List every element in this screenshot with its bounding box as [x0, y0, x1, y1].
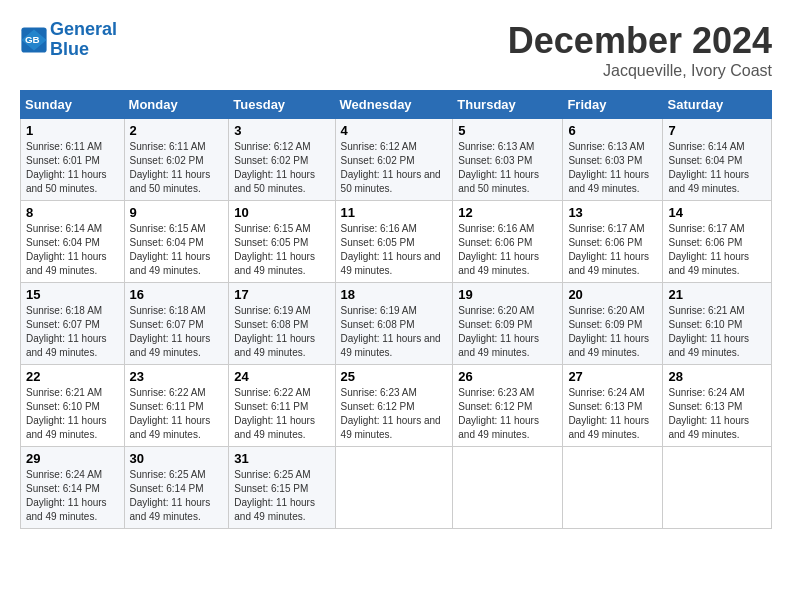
day-number: 26 — [458, 369, 557, 384]
day-number: 23 — [130, 369, 224, 384]
day-info: Sunrise: 6:18 AMSunset: 6:07 PMDaylight:… — [26, 304, 119, 360]
day-info: Sunrise: 6:25 AMSunset: 6:15 PMDaylight:… — [234, 468, 329, 524]
day-number: 13 — [568, 205, 657, 220]
day-cell: 5Sunrise: 6:13 AMSunset: 6:03 PMDaylight… — [453, 119, 563, 201]
day-cell: 16Sunrise: 6:18 AMSunset: 6:07 PMDayligh… — [124, 283, 229, 365]
day-number: 4 — [341, 123, 448, 138]
day-number: 27 — [568, 369, 657, 384]
day-number: 28 — [668, 369, 766, 384]
day-info: Sunrise: 6:21 AMSunset: 6:10 PMDaylight:… — [668, 304, 766, 360]
day-cell: 14Sunrise: 6:17 AMSunset: 6:06 PMDayligh… — [663, 201, 772, 283]
day-info: Sunrise: 6:20 AMSunset: 6:09 PMDaylight:… — [458, 304, 557, 360]
day-info: Sunrise: 6:12 AMSunset: 6:02 PMDaylight:… — [341, 140, 448, 196]
month-title: December 2024 — [508, 20, 772, 62]
day-cell — [335, 447, 453, 529]
day-info: Sunrise: 6:18 AMSunset: 6:07 PMDaylight:… — [130, 304, 224, 360]
day-cell: 6Sunrise: 6:13 AMSunset: 6:03 PMDaylight… — [563, 119, 663, 201]
day-number: 10 — [234, 205, 329, 220]
day-cell: 4Sunrise: 6:12 AMSunset: 6:02 PMDaylight… — [335, 119, 453, 201]
day-cell: 8Sunrise: 6:14 AMSunset: 6:04 PMDaylight… — [21, 201, 125, 283]
day-number: 12 — [458, 205, 557, 220]
col-header-tuesday: Tuesday — [229, 91, 335, 119]
day-info: Sunrise: 6:20 AMSunset: 6:09 PMDaylight:… — [568, 304, 657, 360]
calendar-table: SundayMondayTuesdayWednesdayThursdayFrid… — [20, 90, 772, 529]
logo-line2: Blue — [50, 39, 89, 59]
day-number: 15 — [26, 287, 119, 302]
day-cell: 9Sunrise: 6:15 AMSunset: 6:04 PMDaylight… — [124, 201, 229, 283]
day-cell: 19Sunrise: 6:20 AMSunset: 6:09 PMDayligh… — [453, 283, 563, 365]
day-number: 16 — [130, 287, 224, 302]
day-cell — [663, 447, 772, 529]
day-info: Sunrise: 6:13 AMSunset: 6:03 PMDaylight:… — [568, 140, 657, 196]
day-info: Sunrise: 6:16 AMSunset: 6:05 PMDaylight:… — [341, 222, 448, 278]
col-header-wednesday: Wednesday — [335, 91, 453, 119]
day-info: Sunrise: 6:23 AMSunset: 6:12 PMDaylight:… — [341, 386, 448, 442]
day-info: Sunrise: 6:21 AMSunset: 6:10 PMDaylight:… — [26, 386, 119, 442]
day-info: Sunrise: 6:19 AMSunset: 6:08 PMDaylight:… — [234, 304, 329, 360]
day-info: Sunrise: 6:22 AMSunset: 6:11 PMDaylight:… — [130, 386, 224, 442]
day-info: Sunrise: 6:11 AMSunset: 6:02 PMDaylight:… — [130, 140, 224, 196]
day-number: 30 — [130, 451, 224, 466]
day-cell: 27Sunrise: 6:24 AMSunset: 6:13 PMDayligh… — [563, 365, 663, 447]
day-info: Sunrise: 6:14 AMSunset: 6:04 PMDaylight:… — [668, 140, 766, 196]
day-number: 3 — [234, 123, 329, 138]
day-number: 22 — [26, 369, 119, 384]
week-row-2: 8Sunrise: 6:14 AMSunset: 6:04 PMDaylight… — [21, 201, 772, 283]
day-info: Sunrise: 6:24 AMSunset: 6:13 PMDaylight:… — [568, 386, 657, 442]
day-cell: 31Sunrise: 6:25 AMSunset: 6:15 PMDayligh… — [229, 447, 335, 529]
day-cell: 11Sunrise: 6:16 AMSunset: 6:05 PMDayligh… — [335, 201, 453, 283]
col-header-sunday: Sunday — [21, 91, 125, 119]
location: Jacqueville, Ivory Coast — [508, 62, 772, 80]
day-info: Sunrise: 6:14 AMSunset: 6:04 PMDaylight:… — [26, 222, 119, 278]
day-number: 18 — [341, 287, 448, 302]
day-cell: 10Sunrise: 6:15 AMSunset: 6:05 PMDayligh… — [229, 201, 335, 283]
day-number: 21 — [668, 287, 766, 302]
day-cell: 30Sunrise: 6:25 AMSunset: 6:14 PMDayligh… — [124, 447, 229, 529]
day-info: Sunrise: 6:13 AMSunset: 6:03 PMDaylight:… — [458, 140, 557, 196]
day-cell: 17Sunrise: 6:19 AMSunset: 6:08 PMDayligh… — [229, 283, 335, 365]
day-number: 17 — [234, 287, 329, 302]
day-number: 19 — [458, 287, 557, 302]
day-info: Sunrise: 6:17 AMSunset: 6:06 PMDaylight:… — [668, 222, 766, 278]
day-number: 24 — [234, 369, 329, 384]
col-header-thursday: Thursday — [453, 91, 563, 119]
col-header-monday: Monday — [124, 91, 229, 119]
day-cell: 12Sunrise: 6:16 AMSunset: 6:06 PMDayligh… — [453, 201, 563, 283]
day-info: Sunrise: 6:24 AMSunset: 6:13 PMDaylight:… — [668, 386, 766, 442]
day-info: Sunrise: 6:16 AMSunset: 6:06 PMDaylight:… — [458, 222, 557, 278]
day-number: 1 — [26, 123, 119, 138]
day-number: 9 — [130, 205, 224, 220]
day-cell: 1Sunrise: 6:11 AMSunset: 6:01 PMDaylight… — [21, 119, 125, 201]
day-number: 7 — [668, 123, 766, 138]
day-number: 25 — [341, 369, 448, 384]
svg-text:GB: GB — [25, 34, 40, 45]
day-cell — [453, 447, 563, 529]
week-row-4: 22Sunrise: 6:21 AMSunset: 6:10 PMDayligh… — [21, 365, 772, 447]
day-number: 31 — [234, 451, 329, 466]
day-number: 2 — [130, 123, 224, 138]
day-info: Sunrise: 6:11 AMSunset: 6:01 PMDaylight:… — [26, 140, 119, 196]
day-cell: 18Sunrise: 6:19 AMSunset: 6:08 PMDayligh… — [335, 283, 453, 365]
day-cell: 20Sunrise: 6:20 AMSunset: 6:09 PMDayligh… — [563, 283, 663, 365]
day-cell — [563, 447, 663, 529]
logo-line1: General — [50, 19, 117, 39]
day-number: 8 — [26, 205, 119, 220]
day-cell: 26Sunrise: 6:23 AMSunset: 6:12 PMDayligh… — [453, 365, 563, 447]
day-info: Sunrise: 6:19 AMSunset: 6:08 PMDaylight:… — [341, 304, 448, 360]
day-number: 14 — [668, 205, 766, 220]
week-row-3: 15Sunrise: 6:18 AMSunset: 6:07 PMDayligh… — [21, 283, 772, 365]
col-header-friday: Friday — [563, 91, 663, 119]
day-cell: 7Sunrise: 6:14 AMSunset: 6:04 PMDaylight… — [663, 119, 772, 201]
day-cell: 15Sunrise: 6:18 AMSunset: 6:07 PMDayligh… — [21, 283, 125, 365]
day-info: Sunrise: 6:25 AMSunset: 6:14 PMDaylight:… — [130, 468, 224, 524]
day-info: Sunrise: 6:17 AMSunset: 6:06 PMDaylight:… — [568, 222, 657, 278]
day-info: Sunrise: 6:24 AMSunset: 6:14 PMDaylight:… — [26, 468, 119, 524]
day-cell: 23Sunrise: 6:22 AMSunset: 6:11 PMDayligh… — [124, 365, 229, 447]
logo: GB General Blue — [20, 20, 117, 60]
logo-text: General Blue — [50, 20, 117, 60]
day-cell: 21Sunrise: 6:21 AMSunset: 6:10 PMDayligh… — [663, 283, 772, 365]
day-cell: 25Sunrise: 6:23 AMSunset: 6:12 PMDayligh… — [335, 365, 453, 447]
day-info: Sunrise: 6:23 AMSunset: 6:12 PMDaylight:… — [458, 386, 557, 442]
day-cell: 13Sunrise: 6:17 AMSunset: 6:06 PMDayligh… — [563, 201, 663, 283]
day-cell: 24Sunrise: 6:22 AMSunset: 6:11 PMDayligh… — [229, 365, 335, 447]
